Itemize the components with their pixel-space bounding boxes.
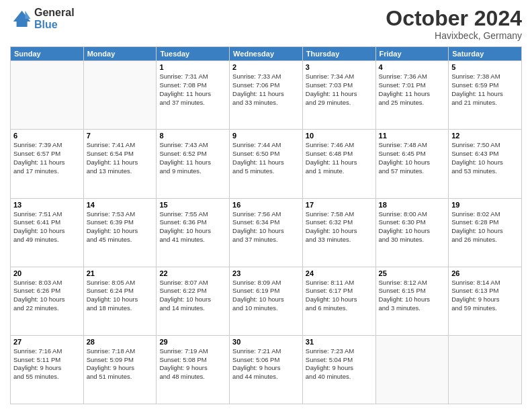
day-number: 10 xyxy=(306,132,373,140)
day-number: 14 xyxy=(87,201,154,209)
day-info: Sunrise: 8:02 AMSunset: 6:28 PMDaylight:… xyxy=(451,210,519,244)
calendar-cell: 4Sunrise: 7:36 AMSunset: 7:01 PMDaylight… xyxy=(375,61,449,130)
day-number: 21 xyxy=(87,269,154,277)
location: Havixbeck, Germany xyxy=(386,30,522,41)
day-number: 23 xyxy=(232,269,300,277)
calendar-cell xyxy=(83,61,157,130)
header-monday: Monday xyxy=(83,47,157,61)
logo-icon xyxy=(10,8,32,30)
day-number: 13 xyxy=(13,201,81,209)
calendar-cell: 1Sunrise: 7:31 AMSunset: 7:08 PMDaylight… xyxy=(157,61,230,130)
day-number: 29 xyxy=(159,338,226,346)
day-info: Sunrise: 7:34 AMSunset: 7:03 PMDaylight:… xyxy=(306,73,373,107)
day-number: 20 xyxy=(13,269,81,277)
day-number: 28 xyxy=(87,338,154,346)
calendar-cell: 7Sunrise: 7:41 AMSunset: 6:54 PMDaylight… xyxy=(83,130,157,198)
calendar-cell: 9Sunrise: 7:44 AMSunset: 6:50 PMDaylight… xyxy=(230,130,303,198)
logo: General Blue xyxy=(10,7,75,31)
month-title: October 2024 xyxy=(386,7,522,30)
calendar-cell: 2Sunrise: 7:33 AMSunset: 7:06 PMDaylight… xyxy=(230,61,303,130)
day-info: Sunrise: 7:48 AMSunset: 6:45 PMDaylight:… xyxy=(379,141,446,175)
day-info: Sunrise: 8:11 AMSunset: 6:17 PMDaylight:… xyxy=(306,279,373,313)
day-info: Sunrise: 8:12 AMSunset: 6:15 PMDaylight:… xyxy=(379,279,446,313)
header-wednesday: Wednesday xyxy=(230,47,303,61)
day-info: Sunrise: 7:50 AMSunset: 6:43 PMDaylight:… xyxy=(451,141,519,175)
day-info: Sunrise: 7:38 AMSunset: 6:59 PMDaylight:… xyxy=(451,73,519,107)
day-info: Sunrise: 7:19 AMSunset: 5:08 PMDaylight:… xyxy=(159,347,226,381)
calendar-cell: 24Sunrise: 8:11 AMSunset: 6:17 PMDayligh… xyxy=(302,267,375,335)
day-info: Sunrise: 7:53 AMSunset: 6:39 PMDaylight:… xyxy=(87,210,154,244)
day-number: 25 xyxy=(379,269,446,277)
page: General Blue October 2024 Havixbeck, Ger… xyxy=(0,0,532,411)
calendar-cell: 31Sunrise: 7:23 AMSunset: 5:04 PMDayligh… xyxy=(302,335,375,404)
day-number: 27 xyxy=(13,338,81,346)
week-row-4: 20Sunrise: 8:03 AMSunset: 6:26 PMDayligh… xyxy=(11,267,522,335)
calendar-cell: 30Sunrise: 7:21 AMSunset: 5:06 PMDayligh… xyxy=(230,335,303,404)
week-row-1: 1Sunrise: 7:31 AMSunset: 7:08 PMDaylight… xyxy=(11,61,522,130)
week-row-2: 6Sunrise: 7:39 AMSunset: 6:57 PMDaylight… xyxy=(11,130,522,198)
calendar-cell: 15Sunrise: 7:55 AMSunset: 6:36 PMDayligh… xyxy=(157,198,230,267)
calendar-cell: 20Sunrise: 8:03 AMSunset: 6:26 PMDayligh… xyxy=(11,267,84,335)
calendar-cell: 10Sunrise: 7:46 AMSunset: 6:48 PMDayligh… xyxy=(302,130,375,198)
day-number: 15 xyxy=(159,201,226,209)
day-info: Sunrise: 7:46 AMSunset: 6:48 PMDaylight:… xyxy=(306,141,373,175)
calendar-table: Sunday Monday Tuesday Wednesday Thursday… xyxy=(10,46,522,404)
day-info: Sunrise: 8:05 AMSunset: 6:24 PMDaylight:… xyxy=(87,279,154,313)
day-info: Sunrise: 7:31 AMSunset: 7:08 PMDaylight:… xyxy=(159,73,226,107)
header-tuesday: Tuesday xyxy=(157,47,230,61)
logo-text: General Blue xyxy=(34,7,75,31)
day-number: 12 xyxy=(451,132,519,140)
day-info: Sunrise: 7:33 AMSunset: 7:06 PMDaylight:… xyxy=(232,73,300,107)
day-info: Sunrise: 7:55 AMSunset: 6:36 PMDaylight:… xyxy=(159,210,226,244)
calendar-cell xyxy=(11,61,84,130)
day-info: Sunrise: 8:07 AMSunset: 6:22 PMDaylight:… xyxy=(159,279,226,313)
day-number: 5 xyxy=(451,63,519,71)
day-info: Sunrise: 7:43 AMSunset: 6:52 PMDaylight:… xyxy=(159,141,226,175)
calendar-cell: 23Sunrise: 8:09 AMSunset: 6:19 PMDayligh… xyxy=(230,267,303,335)
day-info: Sunrise: 7:56 AMSunset: 6:34 PMDaylight:… xyxy=(232,210,300,244)
day-info: Sunrise: 7:39 AMSunset: 6:57 PMDaylight:… xyxy=(13,141,81,175)
day-number: 19 xyxy=(451,201,519,209)
day-number: 11 xyxy=(379,132,446,140)
day-number: 26 xyxy=(451,269,519,277)
header-thursday: Thursday xyxy=(302,47,375,61)
header: General Blue October 2024 Havixbeck, Ger… xyxy=(10,7,522,41)
calendar-cell: 28Sunrise: 7:18 AMSunset: 5:09 PMDayligh… xyxy=(83,335,157,404)
calendar-header-row: Sunday Monday Tuesday Wednesday Thursday… xyxy=(11,47,522,61)
calendar-cell: 29Sunrise: 7:19 AMSunset: 5:08 PMDayligh… xyxy=(157,335,230,404)
calendar-cell: 25Sunrise: 8:12 AMSunset: 6:15 PMDayligh… xyxy=(375,267,449,335)
title-block: October 2024 Havixbeck, Germany xyxy=(386,7,522,41)
day-info: Sunrise: 8:14 AMSunset: 6:13 PMDaylight:… xyxy=(451,279,519,313)
header-saturday: Saturday xyxy=(449,47,522,61)
header-sunday: Sunday xyxy=(11,47,84,61)
day-number: 18 xyxy=(379,201,446,209)
day-number: 30 xyxy=(232,338,300,346)
day-number: 1 xyxy=(159,63,226,71)
day-info: Sunrise: 7:23 AMSunset: 5:04 PMDaylight:… xyxy=(306,347,373,381)
calendar-cell: 6Sunrise: 7:39 AMSunset: 6:57 PMDaylight… xyxy=(11,130,84,198)
calendar-cell: 16Sunrise: 7:56 AMSunset: 6:34 PMDayligh… xyxy=(230,198,303,267)
calendar-cell: 5Sunrise: 7:38 AMSunset: 6:59 PMDaylight… xyxy=(449,61,522,130)
day-info: Sunrise: 7:41 AMSunset: 6:54 PMDaylight:… xyxy=(87,141,154,175)
day-number: 4 xyxy=(379,63,446,71)
calendar-cell xyxy=(375,335,449,404)
week-row-5: 27Sunrise: 7:16 AMSunset: 5:11 PMDayligh… xyxy=(11,335,522,404)
calendar-cell: 27Sunrise: 7:16 AMSunset: 5:11 PMDayligh… xyxy=(11,335,84,404)
day-number: 8 xyxy=(159,132,226,140)
svg-marker-1 xyxy=(25,11,30,19)
day-info: Sunrise: 7:21 AMSunset: 5:06 PMDaylight:… xyxy=(232,347,300,381)
calendar-cell: 11Sunrise: 7:48 AMSunset: 6:45 PMDayligh… xyxy=(375,130,449,198)
calendar-cell: 21Sunrise: 8:05 AMSunset: 6:24 PMDayligh… xyxy=(83,267,157,335)
day-number: 7 xyxy=(87,132,154,140)
header-friday: Friday xyxy=(375,47,449,61)
day-number: 24 xyxy=(306,269,373,277)
calendar-cell: 19Sunrise: 8:02 AMSunset: 6:28 PMDayligh… xyxy=(449,198,522,267)
day-number: 6 xyxy=(13,132,81,140)
calendar-cell xyxy=(449,335,522,404)
day-number: 3 xyxy=(306,63,373,71)
calendar-cell: 14Sunrise: 7:53 AMSunset: 6:39 PMDayligh… xyxy=(83,198,157,267)
day-number: 9 xyxy=(232,132,300,140)
calendar-cell: 17Sunrise: 7:58 AMSunset: 6:32 PMDayligh… xyxy=(302,198,375,267)
day-info: Sunrise: 8:00 AMSunset: 6:30 PMDaylight:… xyxy=(379,210,446,244)
day-number: 2 xyxy=(232,63,300,71)
